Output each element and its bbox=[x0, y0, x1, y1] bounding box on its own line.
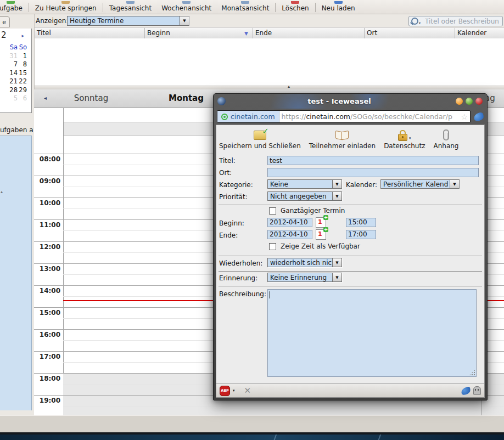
search-box[interactable]: ▾ bbox=[408, 16, 503, 26]
column-header-titel[interactable]: Titel bbox=[37, 29, 51, 37]
mini-calendar-day[interactable]: 31 bbox=[8, 52, 18, 61]
mini-calendar-week-row: 56 bbox=[0, 94, 31, 103]
bookmark-star-icon[interactable]: ☆ bbox=[458, 112, 470, 121]
transparency-checkbox[interactable] bbox=[269, 243, 276, 250]
new-task-icon bbox=[7, 1, 15, 4]
search-options-caret-icon[interactable]: ▾ bbox=[419, 21, 421, 25]
invite-attendees-button[interactable]: Teilnehmer einladen bbox=[309, 128, 376, 150]
search-input[interactable] bbox=[424, 17, 500, 26]
sort-descending-icon[interactable]: ▼ bbox=[244, 31, 248, 36]
mini-calendar-day[interactable]: 14 bbox=[8, 69, 18, 78]
mini-calendar-day[interactable]: 29 bbox=[18, 86, 27, 95]
close-button[interactable] bbox=[475, 98, 483, 105]
chevron-down-icon[interactable]: ▼ bbox=[332, 273, 341, 281]
event-list[interactable] bbox=[34, 38, 504, 86]
mini-calendar-day[interactable]: 22 bbox=[18, 77, 27, 86]
hour-label: 15:00 bbox=[35, 309, 60, 317]
mini-calendar-day[interactable]: 5 bbox=[8, 94, 18, 103]
day-header-sonntag[interactable]: Sonntag bbox=[74, 93, 108, 103]
search-icon[interactable] bbox=[411, 18, 418, 25]
hour-label: 09:00 bbox=[35, 177, 60, 185]
end-date-field[interactable]: 2012-04-10 bbox=[267, 230, 312, 239]
reminder-select[interactable]: Keine Erinnerung ▼ bbox=[267, 273, 342, 282]
column-divider[interactable] bbox=[144, 28, 145, 39]
toolbar-button-wochenansicht[interactable]: Wochenansicht bbox=[156, 1, 216, 12]
category-select[interactable]: Keine ▼ bbox=[267, 179, 342, 189]
mini-calendar-day[interactable]: 7 bbox=[8, 60, 18, 69]
location-label: Ort: bbox=[219, 169, 232, 177]
toolbar-button-ufgabe[interactable]: ufgabe bbox=[0, 1, 27, 12]
sidebar-tab-fragment[interactable]: e bbox=[0, 16, 10, 27]
url-field[interactable]: cinetain.com https://cinetain.com/SOGo/s… bbox=[217, 110, 471, 123]
column-header-ort[interactable]: Ort bbox=[367, 29, 377, 37]
chevron-down-icon[interactable]: ▼ bbox=[332, 192, 341, 200]
toolbar-button-monatsansicht[interactable]: Monatsansicht bbox=[216, 1, 274, 12]
repeat-select[interactable]: wiederholt sich nich ▼ bbox=[267, 258, 342, 267]
window-titlebar[interactable]: test - Iceweasel bbox=[216, 94, 485, 109]
privacy-button[interactable]: ▾ Datenschutz bbox=[384, 128, 425, 150]
start-date-field[interactable]: 2012-04-10 bbox=[267, 218, 312, 227]
end-label: Ende: bbox=[219, 232, 238, 239]
hour-label: 19:00 bbox=[35, 397, 60, 404]
column-header-kalender[interactable]: Kalender bbox=[457, 29, 486, 37]
maximize-button[interactable] bbox=[466, 98, 473, 105]
end-time-field[interactable]: 17:00 bbox=[346, 230, 376, 239]
url-text[interactable]: https://cinetain.com/SOGo/so/beschke/Cal… bbox=[279, 112, 459, 121]
resize-grip-icon[interactable] bbox=[469, 369, 475, 376]
reminder-value: Keine Erinnerung bbox=[268, 273, 332, 281]
url-bar-row: cinetain.com https://cinetain.com/SOGo/s… bbox=[216, 109, 485, 125]
mini-calendar-day[interactable]: 28 bbox=[8, 86, 18, 95]
toolbar-button-tagesansicht[interactable]: Tagesansicht bbox=[104, 1, 156, 12]
adblock-plus-icon[interactable]: ABP bbox=[220, 386, 230, 396]
attachment-button[interactable]: Anhang bbox=[433, 128, 458, 150]
toolbar-button-l-schen[interactable]: Löschen bbox=[277, 1, 313, 12]
priority-select[interactable]: Nicht angegeben ▼ bbox=[267, 191, 342, 201]
privacy-dropdown-caret-icon: ▾ bbox=[409, 136, 411, 140]
mini-calendar-day[interactable]: 6 bbox=[18, 94, 27, 103]
allday-checkbox[interactable] bbox=[269, 207, 276, 215]
column-header-ende[interactable]: Ende bbox=[255, 29, 272, 37]
adblock-dropdown-caret-icon[interactable]: ▾ bbox=[233, 388, 235, 393]
mini-calendar-day[interactable]: 21 bbox=[8, 77, 18, 86]
toolbar-button-neu-laden[interactable]: Neu laden bbox=[317, 1, 360, 12]
calendar-select[interactable]: Persönlicher Kalend ▼ bbox=[380, 179, 460, 189]
separator bbox=[219, 286, 482, 286]
minimize-button[interactable] bbox=[456, 98, 463, 105]
column-header-beginn[interactable]: Beginn bbox=[147, 29, 170, 37]
chevron-down-icon[interactable]: ▼ bbox=[332, 180, 341, 188]
ghostery-icon[interactable] bbox=[473, 386, 481, 395]
description-textarea[interactable] bbox=[267, 289, 477, 377]
site-identity[interactable]: cinetain.com bbox=[217, 111, 279, 122]
previous-week-arrow-icon[interactable]: ◂ bbox=[44, 95, 47, 101]
tasks-panel[interactable] bbox=[0, 136, 32, 410]
chevron-down-icon[interactable]: ▼ bbox=[450, 180, 459, 188]
event-list-header: TitelBeginnEndeOrtKalender▼ bbox=[34, 27, 504, 40]
flashgot-icon[interactable] bbox=[461, 386, 471, 395]
column-divider[interactable] bbox=[455, 28, 455, 39]
mini-calendar-day[interactable]: 1 bbox=[18, 52, 27, 61]
separator bbox=[219, 271, 482, 272]
column-divider[interactable] bbox=[253, 28, 253, 39]
location-field[interactable] bbox=[267, 168, 479, 177]
site-identity-icon bbox=[221, 114, 228, 120]
end-datepicker-icon[interactable] bbox=[316, 229, 326, 240]
event-filter-select[interactable]: Heutige Termine ▼ bbox=[67, 16, 189, 26]
day-header-montag[interactable]: Montag bbox=[169, 93, 204, 103]
splitter-collapse-icon[interactable]: ▴ bbox=[288, 84, 290, 89]
mini-calendar-day[interactable]: 8 bbox=[18, 60, 27, 69]
event-filter-value: Heutige Termine bbox=[68, 16, 180, 25]
toolbar-button-zu-heute-springen[interactable]: Zu Heute springen bbox=[30, 1, 102, 12]
sidebar-collapse-icon[interactable]: ▴ bbox=[1, 189, 3, 194]
mini-calendar-day[interactable]: 15 bbox=[18, 69, 27, 78]
delete-icon bbox=[291, 1, 299, 4]
next-month-arrow-icon[interactable]: ▸ bbox=[21, 33, 24, 38]
column-divider[interactable] bbox=[364, 28, 365, 39]
start-time-field[interactable]: 15:00 bbox=[346, 218, 376, 227]
chevron-down-icon[interactable]: ▼ bbox=[180, 16, 189, 25]
save-and-close-button[interactable]: Speichern und Schließen bbox=[219, 128, 301, 150]
title-field[interactable] bbox=[267, 156, 479, 165]
chevron-down-icon[interactable]: ▼ bbox=[332, 258, 341, 267]
go-button-icon[interactable] bbox=[473, 111, 484, 121]
blocked-content-icon[interactable]: ✕ bbox=[244, 386, 251, 396]
toolbar-separator bbox=[315, 3, 316, 12]
